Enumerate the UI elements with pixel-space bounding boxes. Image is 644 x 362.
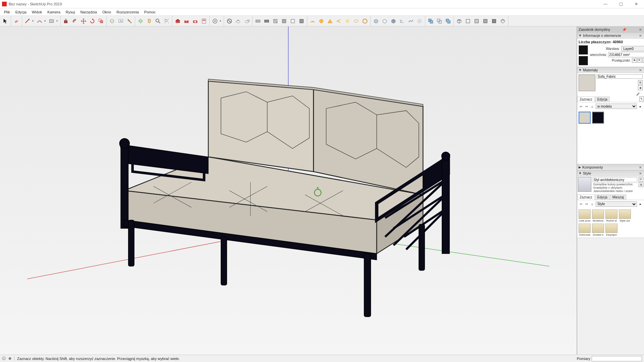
back-icon[interactable] (490, 17, 498, 25)
styles-header[interactable]: ▼ Style ✕ (577, 170, 644, 176)
pushpull-tool[interactable] (62, 17, 70, 25)
current-style-thumb[interactable] (578, 177, 591, 192)
section-plane-icon[interactable] (254, 17, 262, 25)
front-material-swatch[interactable] (579, 45, 588, 55)
materials-header[interactable]: ▼ Materiały ✕ (577, 67, 644, 73)
eyedropper-icon[interactable] (577, 93, 643, 97)
menu-okno[interactable]: Okno (100, 9, 114, 15)
style-name-field[interactable] (593, 177, 637, 182)
style-nav-fwd-icon[interactable]: ⇨ (584, 202, 589, 206)
teapot2-icon[interactable] (243, 17, 251, 25)
iso-icon[interactable] (455, 17, 463, 25)
pan-tool[interactable] (145, 17, 153, 25)
entity-info-header[interactable]: ▼ Informacje o elemencie ✕ (577, 33, 644, 39)
solid5-icon[interactable] (407, 17, 415, 25)
move-tool[interactable] (79, 17, 88, 25)
style-update-icon[interactable]: ⟳ (639, 177, 643, 182)
material-fabric-swatch[interactable] (579, 112, 591, 124)
menu-rysuj[interactable]: Rysuj (63, 9, 78, 15)
nav-fwd-icon[interactable]: ⇨ (584, 104, 589, 109)
tray-pin-icon[interactable]: 📌 (621, 28, 627, 32)
nav-back-icon[interactable]: ⇦ (579, 104, 583, 109)
edit-pencil-icon[interactable]: ✎ (639, 97, 644, 101)
extension-manager-icon[interactable] (211, 17, 219, 25)
sun-icon[interactable] (343, 17, 352, 25)
rotate-tool[interactable] (88, 17, 96, 25)
style-scope-select[interactable]: Style (596, 201, 637, 207)
viewport[interactable] (0, 26, 577, 355)
zoom-tool[interactable] (154, 17, 162, 25)
rectangle-tool[interactable] (48, 17, 56, 25)
style-nav-home-icon[interactable]: ⌂ (590, 202, 595, 206)
text-tool[interactable]: A1 (117, 17, 125, 25)
style-folder[interactable]: Linie pros (579, 209, 591, 222)
left-icon[interactable] (499, 17, 507, 25)
minimize-button[interactable]: — (598, 0, 613, 8)
material-scope-select[interactable]: w modelu (596, 104, 637, 109)
warehouse-icon[interactable] (174, 17, 182, 25)
outer-shell-icon[interactable] (427, 17, 435, 25)
sandbox4-icon[interactable] (335, 17, 343, 25)
styles-tab-edit[interactable]: Edycja (595, 194, 610, 200)
style-folder[interactable]: Zestaw k (592, 224, 604, 236)
arc-tool[interactable] (36, 17, 44, 25)
paint-tool[interactable] (125, 17, 133, 25)
shape-dropdown[interactable]: ▾ (56, 19, 59, 22)
extension-warehouse-icon[interactable] (191, 17, 199, 25)
nav-home-icon[interactable]: ⌂ (590, 104, 595, 109)
zoom-extents-tool[interactable] (163, 17, 171, 25)
styles-tab-mix[interactable]: Mieszaj (610, 194, 626, 200)
help-icon[interactable]: ⓘ (2, 356, 6, 361)
materials-tab-select[interactable]: Zaznacz (577, 97, 595, 102)
sandbox2-icon[interactable] (317, 17, 325, 25)
scale-tool[interactable] (97, 17, 105, 25)
materials-tab-edit[interactable]: Edycja (595, 97, 610, 102)
eraser-tool[interactable] (12, 17, 20, 25)
style-folder[interactable]: Zwycięzc (605, 224, 618, 236)
material-name-field[interactable] (597, 74, 643, 79)
menu-rozszerzenia[interactable]: Rozszerzenia (114, 9, 142, 15)
entity-info-close-icon[interactable]: ✕ (638, 34, 643, 38)
toggle-visible-icon[interactable]: 👁 (632, 58, 637, 63)
section-cut3-icon[interactable] (298, 17, 306, 25)
layout-icon[interactable] (200, 17, 208, 25)
solid3-icon[interactable] (389, 17, 397, 25)
solid4-icon[interactable] (398, 17, 406, 25)
intersect-icon[interactable] (435, 17, 443, 25)
back-material-swatch[interactable] (579, 56, 588, 65)
sandbox6-icon[interactable] (361, 17, 369, 25)
menu-widok[interactable]: Widok (29, 9, 45, 15)
offset-tool[interactable] (71, 17, 79, 25)
ext-dropdown[interactable]: ▾ (220, 19, 222, 22)
menu-kamera[interactable]: Kamera (45, 9, 63, 15)
close-button[interactable]: ✕ (629, 0, 644, 8)
material-dark-swatch[interactable] (592, 112, 604, 124)
solid6-icon[interactable] (416, 17, 424, 25)
style-folder[interactable]: Modelow (592, 209, 604, 222)
vray-icon[interactable] (225, 17, 233, 25)
line-dropdown[interactable]: ▾ (32, 19, 35, 22)
style-folder[interactable]: Style dor (619, 209, 631, 222)
section-cut2-icon[interactable] (280, 17, 288, 25)
section-display-icon[interactable] (263, 17, 271, 25)
section-cut1-icon[interactable] (271, 17, 279, 25)
solid2-icon[interactable] (381, 17, 389, 25)
toggle-lock-icon[interactable]: ⇱ (637, 58, 642, 63)
menu-edycja[interactable]: Edycja (13, 9, 29, 15)
orbit-tool[interactable] (137, 17, 145, 25)
nav-details-icon[interactable]: ▸ (638, 104, 643, 109)
menu-plik[interactable]: Plik (1, 9, 13, 15)
front-icon[interactable] (473, 17, 481, 25)
components-close-icon[interactable]: ✕ (638, 166, 643, 169)
create-material-icon[interactable]: ⧉ (638, 80, 643, 85)
style-create-icon[interactable]: ⧉ (639, 182, 643, 187)
styles-close-icon[interactable]: ✕ (638, 172, 643, 175)
set-default-icon[interactable]: ◈ (638, 85, 643, 90)
tape-tool[interactable] (108, 17, 116, 25)
geo-icon[interactable]: ⊕ (8, 356, 11, 361)
menu-pomoc[interactable]: Pomoc (142, 9, 158, 15)
toggle-shadow-icon[interactable]: ◐ (643, 58, 644, 63)
select-tool[interactable] (1, 17, 9, 25)
right-icon[interactable] (481, 17, 489, 25)
arc-dropdown[interactable]: ▾ (44, 19, 47, 22)
